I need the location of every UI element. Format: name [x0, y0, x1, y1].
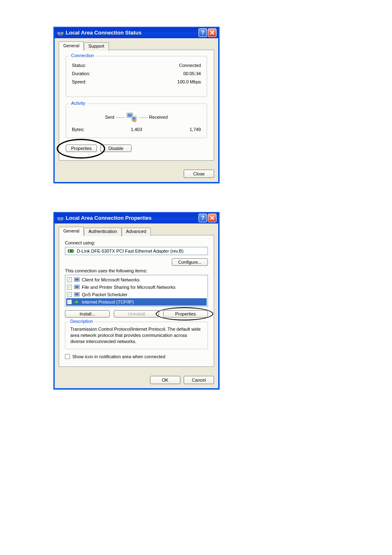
titlebar[interactable]: Local Area Connection Status ? [55, 27, 218, 38]
help-button[interactable]: ? [198, 28, 207, 37]
dash: —— [139, 115, 147, 120]
svg-rect-2 [58, 32, 60, 34]
footer: Close [55, 165, 218, 182]
network-icon [57, 29, 64, 36]
properties-button[interactable]: Properties [66, 145, 97, 152]
tab-authentication[interactable]: Authentication [84, 228, 122, 236]
list-item[interactable]: ✓ File and Printer Sharing for Microsoft… [66, 283, 207, 291]
items-list[interactable]: ✓ Client for Microsoft Networks ✓ File a… [65, 275, 208, 307]
received-bytes: 1,749 [158, 127, 201, 132]
tab-general[interactable]: General [59, 41, 84, 50]
service-icon [74, 291, 80, 298]
item-label: File and Printer Sharing for Microsoft N… [82, 285, 175, 290]
svg-rect-7 [132, 117, 136, 120]
svg-rect-17 [75, 279, 78, 281]
duration-value: 00:05:34 [183, 71, 201, 76]
adapter-field[interactable]: D-Link DFE-530TX PCI Fast Ethernet Adapt… [65, 247, 208, 255]
titlebar[interactable]: Local Area Connection Properties ? [55, 212, 218, 223]
list-item[interactable]: ✓ QoS Packet Scheduler [66, 291, 207, 298]
received-label: Received [149, 115, 168, 120]
ok-button[interactable]: OK [150, 376, 180, 384]
close-button[interactable]: Close [184, 170, 214, 178]
duration-label: Duration: [72, 71, 90, 76]
network-icon [57, 214, 64, 221]
footer: OK Cancel [55, 371, 218, 388]
list-item[interactable]: ✓ Internet Protocol (TCP/IP) [66, 298, 207, 306]
item-label: Client for Microsoft Networks [82, 277, 140, 282]
configure-button[interactable]: Configure... [172, 258, 208, 266]
description-group: Description Transmission Control Protoco… [65, 322, 208, 349]
titlebar-title: Local Area Connection Status [66, 30, 198, 36]
status-value: Connected [179, 63, 201, 68]
service-icon [74, 284, 80, 290]
status-label: Status: [72, 63, 86, 68]
svg-rect-12 [61, 218, 63, 219]
client-icon [74, 276, 80, 283]
speed-label: Speed: [72, 79, 86, 84]
nic-icon [68, 249, 74, 253]
properties-dialog: Local Area Connection Properties ? Gener… [53, 212, 219, 389]
status-dialog: Local Area Connection Status ? General S… [53, 27, 219, 183]
svg-rect-19 [75, 286, 78, 288]
svg-rect-11 [58, 218, 60, 219]
sent-bytes: 1,403 [115, 127, 158, 132]
cancel-button[interactable]: Cancel [184, 376, 214, 384]
tab-panel: Connection Status: Connected Duration: 0… [59, 50, 214, 161]
svg-rect-8 [133, 120, 136, 122]
item-label: Internet Protocol (TCP/IP) [82, 299, 134, 304]
tab-support[interactable]: Support [84, 42, 109, 51]
svg-rect-15 [72, 250, 74, 252]
tab-row: General Support [59, 41, 214, 50]
activity-pc-icon [126, 111, 137, 123]
checkbox-icon[interactable]: ✓ [67, 292, 72, 297]
close-icon[interactable] [208, 214, 217, 222]
tab-panel: Connect using: D-Link DFE-530TX PCI Fast… [59, 235, 214, 367]
tab-general[interactable]: General [59, 227, 84, 235]
tab-advanced[interactable]: Advanced [122, 228, 151, 236]
connect-using-label: Connect using: [65, 240, 208, 245]
description-legend: Description [69, 319, 95, 324]
uninstall-button[interactable]: Uninstall [114, 310, 159, 318]
connection-group: Connection Status: Connected Duration: 0… [66, 56, 207, 97]
activity-legend: Activity [69, 101, 87, 106]
disable-button[interactable]: Disable [100, 145, 131, 152]
item-label: QoS Packet Scheduler [82, 292, 127, 297]
protocol-icon [74, 299, 80, 305]
svg-rect-5 [128, 114, 132, 117]
svg-rect-3 [61, 32, 63, 34]
connection-legend: Connection [69, 53, 96, 58]
speed-value: 100.0 Mbps [178, 79, 201, 84]
svg-rect-21 [75, 293, 78, 295]
activity-group: Activity Sent —— [66, 104, 207, 138]
checkbox-icon[interactable]: ✓ [67, 277, 72, 282]
checkbox-icon[interactable]: ✓ [67, 285, 72, 290]
show-icon-label: Show icon in notification area when conn… [72, 354, 165, 359]
items-label: This connection uses the following items… [65, 268, 208, 273]
install-button[interactable]: Install... [65, 310, 110, 318]
checkbox-icon[interactable]: ✓ [65, 354, 70, 359]
tab-row: General Authentication Advanced [59, 227, 214, 235]
sent-label: Sent [105, 115, 115, 120]
svg-rect-14 [69, 250, 70, 252]
adapter-name: D-Link DFE-530TX PCI Fast Ethernet Adapt… [77, 249, 184, 253]
bytes-label: Bytes: [72, 127, 115, 132]
checkbox-icon[interactable]: ✓ [67, 299, 72, 304]
help-button[interactable]: ? [198, 214, 207, 222]
dash: —— [116, 115, 124, 120]
close-icon[interactable] [208, 28, 217, 37]
show-icon-row[interactable]: ✓ Show icon in notification area when co… [65, 354, 208, 359]
item-properties-button[interactable]: Properties [163, 310, 208, 318]
list-item[interactable]: ✓ Client for Microsoft Networks [66, 276, 207, 283]
description-text: Transmission Control Protocol/Internet P… [70, 326, 203, 345]
titlebar-title: Local Area Connection Properties [66, 215, 198, 221]
